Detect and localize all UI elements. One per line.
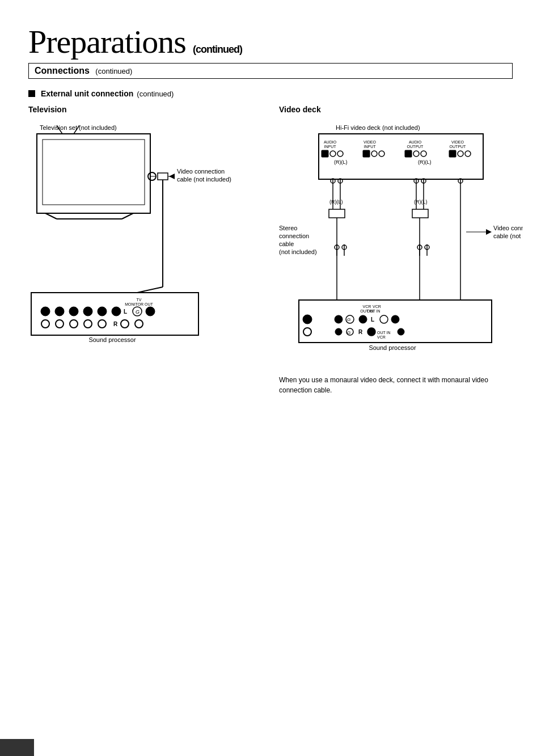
svg-point-33 xyxy=(84,320,92,328)
svg-text:TV: TV xyxy=(137,298,142,302)
svg-point-119 xyxy=(398,328,404,335)
svg-point-24 xyxy=(112,307,121,316)
title-continued: (continued) xyxy=(193,44,242,56)
television-section: Television Television set (not included) xyxy=(28,105,262,347)
video-deck-section: Video deck Hi-Fi video deck (not include… xyxy=(279,105,513,395)
svg-text:G: G xyxy=(136,309,140,315)
svg-text:Video connection: Video connection xyxy=(493,225,523,231)
title-main: Preparations xyxy=(28,23,186,61)
svg-text:OUTPUT: OUTPUT xyxy=(450,145,467,149)
external-continued: (continued) xyxy=(137,90,174,98)
svg-text:G: G xyxy=(347,330,350,335)
svg-point-31 xyxy=(56,320,64,328)
svg-rect-58 xyxy=(449,150,456,157)
connections-box: Connections (continued) xyxy=(28,63,513,79)
svg-text:OUT    IN: OUT IN xyxy=(367,309,381,313)
svg-text:(not included): (not included) xyxy=(279,248,317,255)
svg-text:cable: cable xyxy=(279,240,294,247)
two-col-layout: Television Television set (not included) xyxy=(28,105,513,395)
svg-text:Stereo: Stereo xyxy=(279,225,297,231)
svg-text:VCR: VCR xyxy=(363,305,371,309)
svg-text:AUDIO: AUDIO xyxy=(324,140,337,144)
svg-point-59 xyxy=(458,151,463,157)
connections-label: Connections xyxy=(35,66,90,75)
svg-text:cable (not included): cable (not included) xyxy=(177,176,231,183)
svg-line-5 xyxy=(45,213,57,219)
svg-text:VIDEO: VIDEO xyxy=(364,140,376,144)
svg-rect-55 xyxy=(405,150,412,157)
svg-point-104 xyxy=(335,315,343,323)
bottom-bar xyxy=(0,739,34,756)
svg-point-112 xyxy=(335,328,342,335)
svg-point-107 xyxy=(359,315,367,323)
svg-rect-49 xyxy=(322,150,328,157)
svg-point-50 xyxy=(330,151,336,157)
svg-text:Sound processor: Sound processor xyxy=(88,336,136,343)
svg-marker-96 xyxy=(486,229,492,235)
svg-text:OUTPUT: OUTPUT xyxy=(407,145,424,149)
svg-text:L: L xyxy=(371,316,374,323)
svg-text:INPUT: INPUT xyxy=(324,145,337,149)
svg-point-54 xyxy=(379,151,384,157)
svg-text:(R)(L): (R)(L) xyxy=(418,159,432,165)
svg-text:connection: connection xyxy=(279,233,309,239)
svg-point-110 xyxy=(391,315,399,323)
svg-point-20 xyxy=(55,307,64,316)
svg-text:VIDEO: VIDEO xyxy=(451,140,464,144)
svg-text:Video connection: Video connection xyxy=(177,168,225,175)
svg-text:(R)(L): (R)(L) xyxy=(334,159,348,165)
header-square-icon xyxy=(28,90,35,97)
svg-text:R: R xyxy=(113,321,118,327)
svg-text:VCR: VCR xyxy=(377,335,386,339)
svg-point-36 xyxy=(121,320,129,328)
television-title: Television xyxy=(28,105,262,114)
svg-rect-81 xyxy=(329,209,345,218)
note-text: When you use a monaural video deck, conn… xyxy=(279,375,513,395)
video-deck-diagram: Hi-Fi video deck (not included) AUDIO IN… xyxy=(279,120,523,369)
svg-point-103 xyxy=(303,315,312,324)
connections-continued: (continued) xyxy=(95,67,132,75)
svg-point-21 xyxy=(69,307,78,316)
svg-point-37 xyxy=(135,320,143,328)
svg-point-53 xyxy=(371,151,377,157)
svg-rect-52 xyxy=(363,150,370,157)
svg-line-6 xyxy=(122,213,133,219)
svg-point-51 xyxy=(337,151,343,157)
svg-point-60 xyxy=(465,151,471,157)
svg-point-22 xyxy=(83,307,92,316)
svg-text:MONITOR OUT: MONITOR OUT xyxy=(125,302,153,306)
svg-line-29 xyxy=(137,287,163,293)
svg-text:VCR: VCR xyxy=(373,305,381,309)
svg-rect-84 xyxy=(412,209,428,218)
svg-point-34 xyxy=(98,320,106,328)
svg-point-57 xyxy=(421,151,426,157)
svg-text:Sound processor: Sound processor xyxy=(369,344,416,351)
svg-rect-4 xyxy=(43,140,145,205)
svg-rect-1 xyxy=(37,134,150,213)
page-container: Preparations (continued) Connections (co… xyxy=(0,0,541,418)
svg-rect-10 xyxy=(158,173,168,180)
svg-point-116 xyxy=(367,328,375,336)
svg-text:INPUT: INPUT xyxy=(364,145,377,149)
page-title: Preparations (continued) xyxy=(28,23,513,61)
svg-text:R: R xyxy=(358,329,363,335)
svg-point-56 xyxy=(413,151,419,157)
svg-point-19 xyxy=(41,307,50,316)
external-label: External unit connection xyxy=(41,89,133,98)
svg-point-32 xyxy=(70,320,78,328)
svg-text:L: L xyxy=(124,309,127,315)
svg-text:Hi-Fi video deck (not included: Hi-Fi video deck (not included) xyxy=(336,124,420,131)
svg-text:AUDIO: AUDIO xyxy=(409,140,422,144)
svg-text:cable (not included): cable (not included) xyxy=(493,233,523,239)
svg-text:G: G xyxy=(347,317,350,322)
svg-point-28 xyxy=(146,307,155,316)
television-diagram: Television set (not included) xyxy=(28,120,244,347)
external-unit-header: External unit connection (continued) xyxy=(28,89,513,98)
svg-point-111 xyxy=(303,328,311,336)
svg-point-23 xyxy=(98,307,107,316)
video-deck-title: Video deck xyxy=(279,105,513,114)
svg-text:(R)(L): (R)(L) xyxy=(329,199,343,205)
svg-point-30 xyxy=(41,320,49,328)
svg-text:OUT  IN: OUT IN xyxy=(377,331,391,335)
